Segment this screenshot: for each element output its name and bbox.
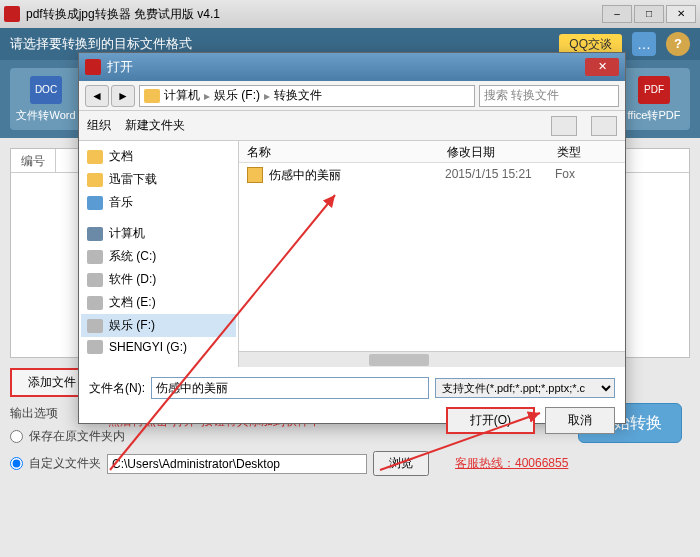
organize-button[interactable]: 组织 [87, 117, 111, 134]
dialog-title-bar: 打开 ✕ [79, 53, 625, 81]
tree-item-drive-f[interactable]: 娱乐 (F:) [81, 314, 236, 337]
doc-icon: DOC [30, 76, 62, 104]
col-type[interactable]: 类型 [549, 141, 625, 162]
tree-item-drive-e[interactable]: 文档 (E:) [81, 291, 236, 314]
col-number: 编号 [11, 149, 56, 172]
open-button[interactable]: 打开(O) [446, 407, 535, 434]
help-icon[interactable]: ? [666, 32, 690, 56]
dialog-icon [85, 59, 101, 75]
app-icon [4, 6, 20, 22]
dialog-title: 打开 [107, 58, 133, 76]
browse-button[interactable]: 浏览 [373, 451, 429, 476]
help-button[interactable] [591, 116, 617, 136]
col-date[interactable]: 修改日期 [439, 141, 549, 162]
view-mode-button[interactable] [551, 116, 577, 136]
file-name: 伤感中的美丽 [269, 167, 445, 184]
cancel-button[interactable]: 取消 [545, 407, 615, 434]
file-date: 2015/1/15 15:21 [445, 167, 555, 184]
tree-item-drive-d[interactable]: 软件 (D:) [81, 268, 236, 291]
tree-item-drive-g[interactable]: SHENGYI (G:) [81, 337, 236, 357]
output-path-input[interactable] [107, 454, 367, 474]
radio-custom-folder[interactable] [10, 457, 23, 470]
app-title: pdf转换成jpg转换器 免费试用版 v4.1 [26, 6, 602, 23]
folder-icon [144, 89, 160, 103]
format-tile-word[interactable]: DOC 文件转Word [10, 68, 82, 130]
maximize-button[interactable]: □ [634, 5, 664, 23]
close-button[interactable]: ✕ [666, 5, 696, 23]
dialog-footer: 文件名(N): 支持文件(*.pdf;*.ppt;*.pptx;*.c 打开(O… [79, 367, 625, 440]
search-input[interactable]: 搜索 转换文件 [479, 85, 619, 107]
file-list: 伤感中的美丽 2015/1/15 15:21 Fox [239, 163, 625, 351]
tree-item-xunlei[interactable]: 迅雷下载 [81, 168, 236, 191]
file-row[interactable]: 伤感中的美丽 2015/1/15 15:21 Fox [239, 163, 625, 188]
file-type: Fox [555, 167, 575, 184]
open-file-dialog: 打开 ✕ ◄ ► 计算机▸ 娱乐 (F:)▸ 转换文件 搜索 转换文件 组织 新… [78, 52, 626, 424]
format-label: 文件转Word [16, 108, 75, 123]
breadcrumb-bar: ◄ ► 计算机▸ 娱乐 (F:)▸ 转换文件 搜索 转换文件 [79, 81, 625, 111]
nav-forward-button[interactable]: ► [111, 85, 135, 107]
filename-label: 文件名(N): [89, 380, 145, 397]
dialog-body: 文档 迅雷下载 音乐 计算机 系统 (C:) 软件 (D:) 文档 (E:) 娱… [79, 141, 625, 367]
title-bar: pdf转换成jpg转换器 免费试用版 v4.1 – □ ✕ [0, 0, 700, 28]
prompt-text: 请选择要转换到的目标文件格式 [10, 35, 192, 53]
file-pane: 名称 修改日期 类型 伤感中的美丽 2015/1/15 15:21 Fox [239, 141, 625, 367]
new-folder-button[interactable]: 新建文件夹 [125, 117, 185, 134]
pdf-icon: PDF [638, 76, 670, 104]
hotline-text: 客服热线：40066855 [455, 455, 568, 472]
chat-icon[interactable]: … [632, 32, 656, 56]
horizontal-scrollbar[interactable] [239, 351, 625, 367]
filename-input[interactable] [151, 377, 429, 399]
path-field[interactable]: 计算机▸ 娱乐 (F:)▸ 转换文件 [139, 85, 475, 107]
radio-same-folder[interactable] [10, 430, 23, 443]
folder-tree: 文档 迅雷下载 音乐 计算机 系统 (C:) 软件 (D:) 文档 (E:) 娱… [79, 141, 239, 367]
window-controls: – □ ✕ [602, 5, 696, 23]
radio-custom-label: 自定义文件夹 [29, 455, 101, 472]
dialog-close-button[interactable]: ✕ [585, 58, 619, 76]
tree-item-drive-c[interactable]: 系统 (C:) [81, 245, 236, 268]
nav-back-button[interactable]: ◄ [85, 85, 109, 107]
minimize-button[interactable]: – [602, 5, 632, 23]
format-tile-pdf[interactable]: PDF ffice转PDF [618, 68, 690, 130]
scrollbar-thumb[interactable] [369, 354, 429, 366]
file-icon [247, 167, 263, 183]
format-label: ffice转PDF [628, 108, 681, 123]
dialog-toolbar: 组织 新建文件夹 [79, 111, 625, 141]
tree-item-documents[interactable]: 文档 [81, 145, 236, 168]
filetype-select[interactable]: 支持文件(*.pdf;*.ppt;*.pptx;*.c [435, 378, 615, 398]
tree-item-music[interactable]: 音乐 [81, 191, 236, 214]
col-name[interactable]: 名称 [239, 141, 439, 162]
tree-item-computer[interactable]: 计算机 [81, 222, 236, 245]
